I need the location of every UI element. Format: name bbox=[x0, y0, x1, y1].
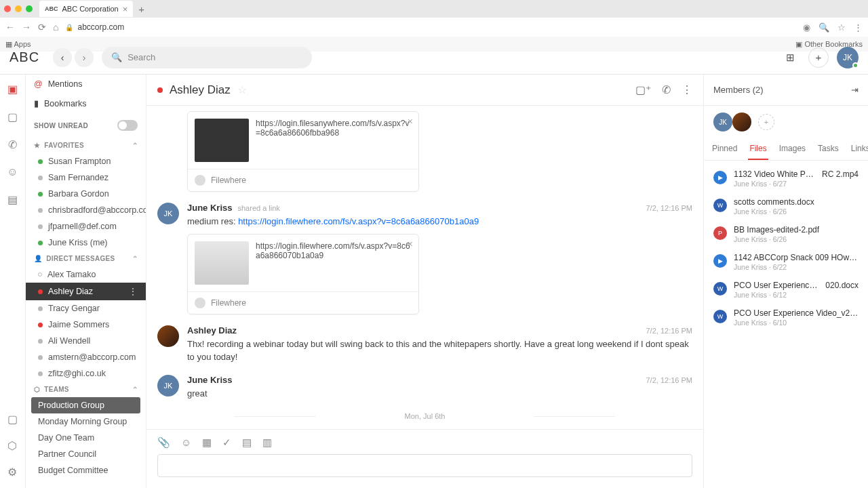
link-preview-card[interactable]: https://login.filesanywhere.com/fs/v.asp… bbox=[187, 111, 419, 192]
member-avatar[interactable]: JK bbox=[713, 113, 732, 131]
bookmarks-nav[interactable]: ▮ Bookmarks bbox=[26, 94, 146, 113]
favorite-item[interactable]: June Kriss (me) bbox=[26, 235, 146, 251]
browser-forward-icon[interactable]: → bbox=[22, 22, 31, 33]
detail-tab-pinned[interactable]: Pinned bbox=[711, 138, 738, 160]
file-item[interactable]: ▶ 1132 Video White Paper 001 … RC 2.mp4 … bbox=[704, 165, 868, 192]
browser-tab[interactable]: ABC ABC Corporation × bbox=[39, 1, 133, 17]
note-icon[interactable]: ▥ bbox=[262, 436, 272, 449]
dm-item[interactable]: Ashley Diaz ⋮ bbox=[26, 283, 146, 300]
search-input[interactable]: 🔍 Search bbox=[102, 47, 312, 68]
file-meta: June Kriss · 6/26 bbox=[734, 235, 859, 243]
dismiss-preview-icon[interactable]: × bbox=[408, 239, 413, 249]
team-item[interactable]: Monday Morning Group bbox=[26, 413, 146, 430]
message-list[interactable]: https://login.filesanywhere.com/fs/v.asp… bbox=[146, 106, 703, 429]
tab-close-icon[interactable]: × bbox=[123, 4, 128, 14]
detail-tab-tasks[interactable]: Tasks bbox=[816, 138, 840, 160]
dm-item[interactable]: Tracy Gengar bbox=[26, 300, 146, 317]
add-member-button[interactable]: + bbox=[758, 114, 774, 130]
nav-forward-button[interactable]: › bbox=[75, 48, 94, 67]
chevron-up-icon: ⌃ bbox=[132, 142, 138, 149]
team-item[interactable]: Day One Team bbox=[26, 430, 146, 446]
window-maximize[interactable] bbox=[26, 5, 33, 12]
url-field[interactable]: 🔒 abccorp.com bbox=[65, 22, 796, 32]
rail-phone-icon[interactable]: ✆ bbox=[8, 138, 17, 151]
window-controls[interactable] bbox=[4, 5, 33, 12]
message-avatar[interactable]: JK bbox=[157, 375, 179, 396]
address-bar: ← → ⟳ ⌂ 🔒 abccorp.com ◉ 🔍 ☆ ⋮ bbox=[0, 18, 868, 37]
detail-tab-links[interactable]: Links bbox=[850, 138, 868, 160]
mentions-nav[interactable]: @ Mentions bbox=[26, 75, 146, 94]
favorite-item[interactable]: jfparnell@def.com bbox=[26, 218, 146, 235]
link-preview-card[interactable]: https://login.filewhere.com/fs/v.aspx?v=… bbox=[187, 234, 419, 314]
dm-item[interactable]: Ali Wendell bbox=[26, 333, 146, 349]
collapse-panel-icon[interactable]: ⇥ bbox=[851, 85, 859, 95]
rail-settings-icon[interactable]: ⚙ bbox=[7, 466, 18, 479]
apps-grid-icon[interactable]: ⊞ bbox=[780, 47, 800, 68]
file-meta: June Kriss · 6/26 bbox=[734, 207, 859, 216]
window-close[interactable] bbox=[4, 5, 11, 12]
rail-tasks-icon[interactable]: ▢ bbox=[7, 413, 18, 426]
status-dot bbox=[38, 192, 43, 197]
zoom-icon[interactable]: 🔍 bbox=[818, 22, 829, 33]
dm-item[interactable]: Alex Tamako bbox=[26, 266, 146, 283]
rail-apps-icon[interactable]: ⬡ bbox=[7, 439, 18, 452]
message-link[interactable]: https://login.filewhere.com/fs/v.aspx?v=… bbox=[238, 216, 479, 226]
attach-file-icon[interactable]: 📎 bbox=[157, 436, 170, 449]
dm-item[interactable]: amstern@abccorp.com bbox=[26, 349, 146, 365]
dm-item[interactable]: Jaime Sommers bbox=[26, 317, 146, 333]
rail-messages-icon[interactable]: ▣ bbox=[7, 83, 18, 96]
file-item[interactable]: W PCO User Experience Video_v2SB.docx Ju… bbox=[704, 304, 868, 331]
file-item[interactable]: P BB Images-edited-2.pdf June Kriss · 6/… bbox=[704, 220, 868, 248]
item-menu-icon[interactable]: ⋮ bbox=[128, 286, 138, 297]
browser-reload-icon[interactable]: ⟳ bbox=[38, 22, 46, 33]
favorites-section-header[interactable]: ★FAVORITES ⌃ bbox=[26, 138, 146, 153]
message-avatar[interactable]: JK bbox=[157, 203, 179, 224]
file-item[interactable]: W scotts comments.docx June Kriss · 6/26 bbox=[704, 192, 868, 220]
favorite-item[interactable]: Barbara Gordon bbox=[26, 186, 146, 202]
search-icon: 🔍 bbox=[111, 52, 122, 62]
app-logo[interactable]: ABC bbox=[9, 49, 39, 65]
extension-icon[interactable]: ◉ bbox=[803, 22, 810, 33]
event-icon[interactable]: ▤ bbox=[242, 436, 252, 449]
browser-home-icon[interactable]: ⌂ bbox=[53, 22, 58, 33]
team-item[interactable]: Partner Council bbox=[26, 446, 146, 462]
message-input[interactable] bbox=[157, 454, 692, 477]
browser-back-icon[interactable]: ← bbox=[5, 22, 15, 33]
file-item[interactable]: W PCO User Experience_VO-redo… 020.docx … bbox=[704, 276, 868, 304]
favorite-item[interactable]: Susan Frampton bbox=[26, 153, 146, 169]
member-avatar[interactable] bbox=[732, 113, 751, 131]
favorite-item[interactable]: Sam Fernandez bbox=[26, 169, 146, 186]
conversation-menu-icon[interactable]: ⋮ bbox=[682, 83, 692, 96]
status-dot bbox=[38, 208, 43, 213]
team-item[interactable]: Production Group bbox=[31, 397, 140, 413]
message-author: Ashley Diaz bbox=[187, 325, 237, 336]
teams-section-header[interactable]: ⬡TEAMS ⌃ bbox=[26, 382, 146, 397]
message-avatar[interactable] bbox=[157, 325, 179, 347]
new-action-button[interactable]: + bbox=[808, 47, 829, 68]
new-tab-button[interactable]: + bbox=[138, 3, 144, 15]
file-item[interactable]: ▶ 1142 ABCCorp Snack 009 HOwRC1.mp4 June… bbox=[704, 248, 868, 276]
dismiss-preview-icon[interactable]: × bbox=[408, 116, 413, 127]
rail-video-icon[interactable]: ▢ bbox=[7, 110, 18, 123]
rail-calendar-icon[interactable]: ▤ bbox=[7, 193, 18, 206]
show-unread-toggle[interactable] bbox=[117, 120, 138, 131]
favorite-item[interactable]: chrisbradford@abccorp.com bbox=[26, 202, 146, 218]
nav-back-button[interactable]: ‹ bbox=[53, 48, 72, 67]
gif-icon[interactable]: ▦ bbox=[202, 436, 212, 449]
team-item[interactable]: Budget Committee bbox=[26, 462, 146, 479]
emoji-picker-icon[interactable]: ☺ bbox=[181, 436, 191, 449]
dm-item[interactable]: zfitz@ghi.co.uk bbox=[26, 365, 146, 382]
audio-call-icon[interactable]: ✆ bbox=[662, 83, 671, 96]
task-icon[interactable]: ✓ bbox=[222, 436, 231, 449]
apps-shortcut[interactable]: ▦ Apps bbox=[5, 40, 31, 49]
browser-menu-icon[interactable]: ⋮ bbox=[854, 22, 863, 33]
video-call-icon[interactable]: ▢⁺ bbox=[635, 83, 651, 96]
favorite-toggle-icon[interactable]: ☆ bbox=[237, 83, 247, 96]
detail-tab-files[interactable]: Files bbox=[748, 138, 768, 160]
window-minimize[interactable] bbox=[15, 5, 22, 12]
dm-section-header[interactable]: 👤DIRECT MESSAGES ⌃ bbox=[26, 251, 146, 266]
detail-tab-images[interactable]: Images bbox=[778, 138, 807, 160]
user-avatar[interactable]: JK bbox=[837, 47, 859, 68]
bookmark-star-icon[interactable]: ☆ bbox=[837, 22, 846, 33]
rail-contacts-icon[interactable]: ☺ bbox=[7, 166, 18, 178]
